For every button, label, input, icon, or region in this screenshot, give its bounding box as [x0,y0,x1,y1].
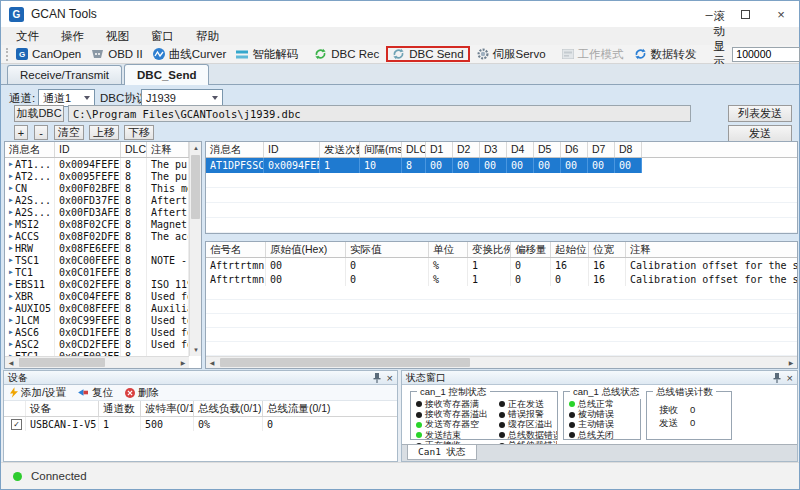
table-row[interactable]: ▶ASC2 0x0CD2FEFE 8 Used for suspens [5,338,189,350]
remove-row-button[interactable]: - [34,125,48,140]
tab-dbc-send[interactable]: DBC_Send [124,64,209,85]
add-row-button[interactable]: + [14,125,28,140]
pin-icon[interactable] [373,373,381,383]
toolbar-smart-decode[interactable]: 智能解码 [231,46,303,63]
tab-can1-status[interactable]: Can1 状态 [407,445,477,460]
scrollbar-thumb[interactable] [220,358,470,367]
delete-device-button[interactable]: 删除 [125,386,159,400]
load-dbc-button[interactable]: 加载DBC [14,105,64,122]
scrollbar-thumb[interactable] [19,358,105,367]
scroll-down-icon[interactable]: ▼ [190,344,202,356]
scrollbar-thumb[interactable] [191,155,200,219]
menu-operate[interactable]: 操作 [50,29,95,44]
expand-arrow-icon[interactable]: ▶ [9,340,13,348]
send-button[interactable]: 发送 [728,125,792,142]
title-bar: G GCAN Tools – × [1,1,799,27]
horizontal-scrollbar[interactable]: ◀ ▶ [206,356,797,368]
expand-arrow-icon[interactable]: ▶ [9,232,13,240]
toolbar-data-forward[interactable]: 数据转发 [629,46,702,63]
scroll-left-icon[interactable]: ◀ [5,357,17,369]
move-up-button[interactable]: 上移 [89,125,119,140]
expand-arrow-icon[interactable]: ▶ [9,280,13,288]
expand-arrow-icon[interactable]: ▶ [9,220,13,228]
move-down-button[interactable]: 下移 [124,125,154,140]
table-row[interactable]: ▶XBR 0x0C04FEFE 8 Used for brake c [5,290,189,302]
device-checkbox[interactable]: ✓ [11,419,22,430]
toolbar-dbc-send[interactable]: DBC Send [386,46,469,62]
table-row[interactable]: ▶MSI2 0x08F02CFE 8 Magnet Status In [5,218,189,230]
selected-send-row[interactable]: AT1DPFSSC 0x0094FEFE 1 10 8 00 00 00 00 … [206,158,797,173]
device-panel: 设备 × 添加/设置 复位 删除 [3,370,398,462]
table-row[interactable]: ▶ACCS 0x08F02DFE 8 The acceleration [5,230,189,242]
scroll-right-icon[interactable]: ▶ [785,357,797,369]
expand-arrow-icon[interactable]: ▶ [9,328,13,336]
menu-file[interactable]: 文件 [5,29,50,44]
device-row[interactable]: ✓ USBCAN-I-V5 1 500 0% 0 [4,417,397,431]
clear-button[interactable]: 清空 [54,125,84,140]
table-row[interactable]: ▶ASC6 0x0CD1FEFE 8 Used for suspens [5,326,189,338]
error-count-row: 接收 0 [659,404,731,417]
chevron-down-icon [84,96,90,100]
toolbar-canopen[interactable]: G CanOpen [11,47,86,61]
status-led-item: 接收寄存器满 [416,399,499,409]
connection-status: Connected [31,470,87,482]
canopen-icon: G [16,48,28,60]
table-row[interactable]: ▶AUXIO5 0x0C08FEFE 8 Auxiliary Input, [5,302,189,314]
expand-arrow-icon[interactable]: ▶ [9,196,13,204]
table-row[interactable]: ▶EBS11 0x0C02FEFE 8 ISO 11992: Towin [5,278,189,290]
scroll-left-icon[interactable]: ◀ [206,357,218,369]
close-panel-icon[interactable]: × [787,373,793,383]
table-row[interactable]: ▶A2S... 0x00FD37FE 8 Aftertreatment 2 [5,194,189,206]
expand-arrow-icon[interactable]: ▶ [9,244,13,252]
expand-arrow-icon[interactable]: ▶ [9,256,13,264]
scroll-up-icon[interactable]: ▲ [190,142,202,154]
app-logo-icon: G [9,7,24,22]
table-row[interactable]: ▶A2S... 0x00FD3AFE 8 Aftertreatment 2 [5,206,189,218]
horizontal-scrollbar[interactable]: ◀ ▶ [5,356,189,368]
menu-help[interactable]: 帮助 [185,29,230,44]
reset-device-button[interactable]: 复位 [78,386,113,400]
expand-arrow-icon[interactable]: ▶ [9,268,13,276]
expand-arrow-icon[interactable]: ▶ [9,316,13,324]
toolbar-work-mode: 工作模式 [557,46,629,63]
status-led-item: 错误报警 [499,409,557,419]
table-row[interactable]: ▶TC1 0x0C01FEFE 8 [5,266,189,278]
vertical-scrollbar[interactable]: ▲ ▼ [189,142,201,356]
expand-arrow-icon[interactable]: ▶ [9,184,13,192]
close-button[interactable]: × [763,1,799,27]
table-row[interactable]: Aftrtrtmn... 00 0 % 1 0 16 16 Calibratio… [206,258,797,272]
panel-splitter[interactable] [205,234,798,241]
menu-view[interactable]: 视图 [95,29,140,44]
expand-arrow-icon[interactable]: ▶ [9,208,13,216]
table-row[interactable]: ▶AT1... 0x0094FEFE 8 The purpose of t [5,158,189,170]
empty-row [206,328,797,342]
tab-receive-transmit[interactable]: Receive/Transmit [7,65,122,84]
expand-arrow-icon[interactable]: ▶ [9,304,13,312]
expand-arrow-icon[interactable]: ▶ [9,172,13,180]
expand-arrow-icon[interactable]: ▶ [9,292,13,300]
toolbar-obd2[interactable]: OBD II [86,47,148,61]
close-panel-icon[interactable]: × [387,373,393,383]
maximize-button[interactable] [727,1,763,27]
menu-window[interactable]: 窗口 [140,29,185,44]
message-list-header: 消息名 ID DLC 注释 [5,142,189,158]
table-row[interactable]: ▶JLCM 0x0C99FEFE 8 Used to transfer [5,314,189,326]
table-row[interactable]: Aftrtrtmn... 00 0 % 1 0 0 16 Calibration… [206,272,797,286]
toolbar-curve[interactable]: 曲线Curver [148,46,232,63]
add-device-button[interactable]: 添加/设置 [10,386,66,400]
status-tabstrip: Can1 状态 [402,444,797,461]
scroll-right-icon[interactable]: ▶ [177,357,189,369]
empty-row [206,300,797,314]
table-row[interactable]: ▶HRW 0x08FE6EFE 8 [5,242,189,254]
error-count-group: 总线错误计数 接收 0 发送 0 [646,391,732,440]
pin-icon[interactable] [773,373,781,383]
list-send-button[interactable]: 列表发送 [728,105,792,122]
control-status-leds: 接收寄存器满 正在发送 接收寄存器溢出 错误报警 [411,392,557,451]
table-row[interactable]: ▶AT2... 0x0095FEFE 8 The purpose of t [5,170,189,182]
frame-count-input[interactable] [732,47,800,62]
expand-arrow-icon[interactable]: ▶ [9,160,13,168]
toolbar-servo[interactable]: 伺服Servo [472,46,551,63]
toolbar-dbc-rec[interactable]: DBC Rec [309,47,384,61]
table-row[interactable]: ▶CN 0x00F02BFE 8 This message is [5,182,189,194]
table-row[interactable]: ▶TSC1 0x0C00FEFE 8 NOTE - Retarder [5,254,189,266]
